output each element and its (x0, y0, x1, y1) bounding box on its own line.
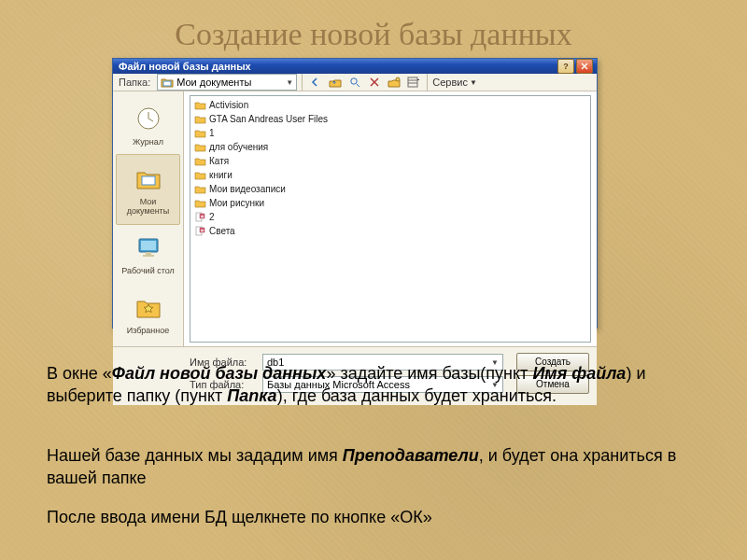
svg-rect-14 (201, 230, 204, 231)
dialog-titlebar[interactable]: Файл новой базы данных ? (113, 59, 597, 74)
list-item-label: 1 (209, 128, 215, 138)
svg-rect-8 (146, 252, 151, 255)
svg-point-1 (351, 78, 357, 84)
chevron-down-icon: ▼ (286, 78, 293, 87)
favorites-folder-icon (133, 291, 164, 323)
list-item-label: Мои видеозаписи (209, 184, 286, 194)
dialog-title: Файл новой базы данных (119, 61, 251, 72)
list-item[interactable]: Activision (192, 98, 588, 112)
list-item[interactable]: для обучения (192, 140, 588, 154)
place-my-documents[interactable]: Мои документы (116, 154, 180, 225)
place-label: Рабочий стол (121, 267, 175, 276)
svg-rect-5 (142, 176, 155, 185)
svg-rect-7 (141, 241, 156, 250)
folder-icon (194, 156, 206, 166)
list-item-label: GTA San Andreas User Files (209, 114, 328, 124)
list-item-label: Света (209, 226, 235, 236)
list-item[interactable]: Катя (192, 154, 588, 168)
folder-label: Папка: (119, 77, 150, 88)
list-item-label: Activision (209, 100, 248, 110)
svg-rect-12 (201, 217, 204, 218)
list-item-label: книги (209, 170, 233, 180)
place-label: Избранное (127, 327, 170, 336)
place-desktop[interactable]: Рабочий стол (113, 224, 183, 284)
database-file-icon (194, 212, 206, 222)
list-item-label: 2 (209, 212, 215, 222)
list-item[interactable]: Мои видеозаписи (192, 182, 588, 196)
folder-icon (194, 184, 206, 194)
my-documents-icon (161, 77, 174, 88)
instruction-paragraph-2: Нашей базе данных мы зададим имя Препода… (47, 444, 700, 490)
folder-dropdown[interactable]: Мои документы ▼ (157, 74, 297, 91)
list-item[interactable]: GTA San Andreas User Files (192, 112, 588, 126)
dialog-toolbar: Папка: Мои документы ▼ Сервис ▼ (113, 74, 597, 91)
help-button[interactable]: ? (557, 59, 574, 74)
list-item[interactable]: Мои рисунки (192, 196, 588, 210)
database-file-icon (194, 226, 206, 236)
clock-icon (133, 103, 164, 134)
folder-selected-text: Мои документы (176, 77, 251, 88)
svg-rect-15 (201, 231, 204, 232)
svg-point-2 (396, 77, 400, 81)
folder-icon (194, 100, 206, 110)
views-button[interactable] (405, 74, 422, 91)
file-listing[interactable]: ActivisionGTA San Andreas User Files1для… (190, 95, 591, 343)
folder-icon (194, 198, 206, 208)
slide-title: Создание новой базы данных (0, 17, 747, 52)
list-item-label: Мои рисунки (209, 198, 264, 208)
new-folder-button[interactable] (386, 74, 402, 91)
places-bar: Журнал Мои документы Рабочий стол Избран… (113, 91, 184, 346)
place-history[interactable]: Журнал (113, 95, 183, 155)
delete-button[interactable] (366, 74, 383, 91)
desktop-icon (133, 231, 164, 263)
folder-icon (194, 170, 206, 180)
my-documents-folder-icon (133, 162, 164, 194)
svg-rect-11 (201, 216, 204, 217)
folder-icon (194, 128, 206, 138)
list-item-label: Катя (209, 156, 229, 166)
list-item[interactable]: 2 (192, 210, 588, 224)
search-web-icon[interactable] (346, 74, 363, 91)
place-label: Журнал (133, 138, 163, 147)
folder-icon (194, 114, 206, 124)
back-button[interactable] (307, 74, 324, 91)
svg-rect-9 (143, 255, 154, 257)
chevron-down-icon: ▼ (470, 78, 477, 87)
svg-rect-0 (163, 81, 171, 86)
close-button[interactable] (576, 59, 593, 74)
list-item[interactable]: книги (192, 168, 588, 182)
list-item[interactable]: Света (192, 224, 588, 238)
instruction-paragraph-3: После ввода имени БД щелкнете по кнопке … (47, 506, 700, 528)
list-item[interactable]: 1 (192, 126, 588, 140)
folder-icon (194, 142, 206, 152)
place-favorites[interactable]: Избранное (113, 284, 183, 343)
service-label: Сервис (432, 77, 468, 88)
place-label: Мои документы (119, 198, 177, 217)
dialog-body: Журнал Мои документы Рабочий стол Избран… (113, 91, 597, 346)
up-one-level-button[interactable] (327, 74, 344, 91)
svg-rect-3 (408, 77, 417, 87)
service-menu[interactable]: Сервис ▼ (432, 77, 477, 88)
new-db-file-dialog: Файл новой базы данных ? Папка: Мои доку… (112, 58, 598, 329)
instruction-paragraph-1: В окне «Файл новой базы данных» задайте … (47, 362, 700, 408)
list-item-label: для обучения (209, 142, 268, 152)
